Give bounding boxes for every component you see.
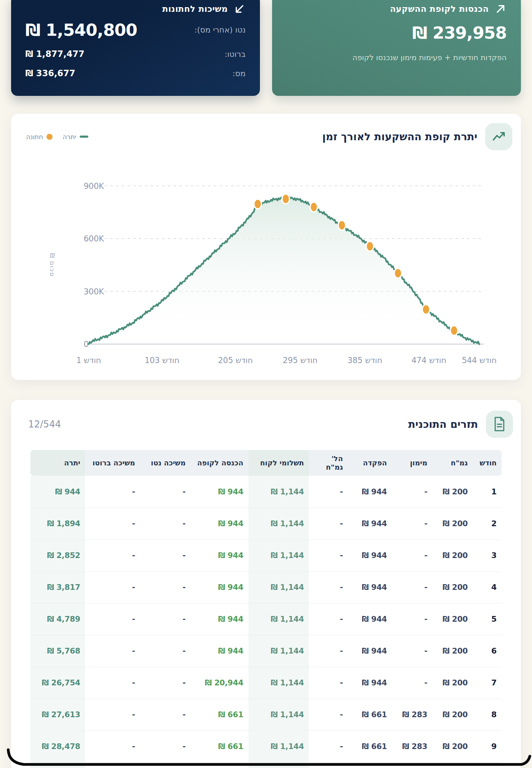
income-total-value: ₪ 239,958 xyxy=(412,23,507,43)
cell-hafkada: ₪ 661 xyxy=(348,699,392,730)
cell-hal-gmach: - xyxy=(309,603,348,635)
x-tick-1: חודש 103 xyxy=(145,356,179,365)
cell-hafkada: ₪ 944 xyxy=(348,571,392,603)
net-after-tax-row: נטו (אחרי מס): ₪ 1,540,800 xyxy=(25,20,246,40)
balance-line-swatch xyxy=(80,136,88,138)
cell-yitra: ₪ 5,768 xyxy=(30,635,85,667)
wedding-marker[interactable] xyxy=(366,241,374,251)
cell-month: 4 xyxy=(473,571,502,603)
cell-hal-gmach: - xyxy=(309,699,348,730)
cell-tashlumei-lakoach: ₪ 1,144 xyxy=(248,539,309,571)
wedding-marker[interactable] xyxy=(450,326,458,335)
cell-mimun: - xyxy=(392,508,432,539)
cell-gmach: ₪ 200 xyxy=(432,667,473,699)
cell-hafkada: ₪ 944 xyxy=(348,667,392,699)
cell-month xyxy=(473,762,502,768)
net-after-tax-label: נטו (אחרי מס): xyxy=(194,25,246,34)
cell-meshicha-neto: - xyxy=(140,571,191,603)
x-tick-5: חודש 474 xyxy=(412,356,446,365)
gross-row: ברוטו: ₪ 1,877,477 xyxy=(25,49,246,59)
cell-tashlumei-lakoach xyxy=(248,762,309,768)
table-row-month-2: 2₪ 200-₪ 944-₪ 1,144₪ 944--₪ 1,894 xyxy=(30,508,502,539)
cell-mimun: ₪ 283 xyxy=(392,730,432,762)
cell-meshicha-neto: - xyxy=(140,539,191,571)
col-header-yitra: יתרה xyxy=(30,450,85,476)
cell-mimun: - xyxy=(392,667,432,699)
col-header-gmach: גמ"ח xyxy=(432,450,473,476)
legend-wedding-label: חתונה xyxy=(26,133,43,141)
cell-gmach: ₪ 200 xyxy=(432,730,473,762)
cell-tashlumei-lakoach: ₪ 1,144 xyxy=(248,603,309,635)
cell-yitra: ₪ 2,852 xyxy=(30,539,85,571)
legend-balance-label: יתרה xyxy=(63,133,76,141)
income-card-title: הכנסות לקופת ההשקעה xyxy=(390,4,489,14)
col-header-mimun: מימון xyxy=(392,450,432,476)
cell-meshicha-bruto: - xyxy=(85,699,140,730)
chart-card-header: יתרת קופת ההשקעות לאורך זמן יתרה חתונה xyxy=(20,123,512,150)
cell-hachnasa-lakupa: ₪ 661 xyxy=(191,730,248,762)
cell-mimun: - xyxy=(392,539,432,571)
cell-mimun: - xyxy=(392,476,432,508)
balance-over-time-chart[interactable]: 900K600K300K0חודש 1חודש 103חודש 205חודש … xyxy=(20,155,512,371)
cell-gmach: ₪ 200 xyxy=(432,603,473,635)
table-title: תזרים התוכנית xyxy=(408,418,478,430)
cell-gmach: ₪ 200 xyxy=(432,699,473,730)
y-tick-300K: 300K xyxy=(84,287,104,296)
col-header-tashlumei-lakoach: תשלומי לקוח xyxy=(248,450,309,476)
gross-value: ₪ 1,877,477 xyxy=(25,49,84,59)
legend-item-wedding: חתונה xyxy=(26,133,53,141)
balance-area xyxy=(89,197,479,344)
cell-yitra: ₪ 1,894 xyxy=(30,508,85,539)
cell-hafkada xyxy=(348,762,392,768)
cell-hafkada: ₪ 944 xyxy=(348,603,392,635)
cell-month: 2 xyxy=(473,508,502,539)
dashboard-page: הכנסות לקופת ההשקעה ₪ 239,958 הפקדות חוד… xyxy=(0,0,532,768)
y-tick-600K: 600K xyxy=(84,234,104,243)
cell-hal-gmach: - xyxy=(309,730,348,762)
wedding-marker[interactable] xyxy=(422,304,430,314)
col-header-hafkada: הפקדה xyxy=(348,450,392,476)
wedding-marker[interactable] xyxy=(310,202,317,212)
income-card-header: הכנסות לקופת ההשקעה xyxy=(286,3,507,15)
table-row-month-7: 7₪ 200-₪ 944-₪ 1,144₪ 20,944--₪ 26,754 xyxy=(30,667,502,699)
cell-gmach: ₪ 200 xyxy=(432,539,473,571)
table-row-month-1: 1₪ 200-₪ 944-₪ 1,144₪ 944--₪ 944 xyxy=(30,476,502,508)
cell-tashlumei-lakoach: ₪ 1,144 xyxy=(248,508,309,539)
kpi-cards-row: הכנסות לקופת ההשקעה ₪ 239,958 הפקדות חוד… xyxy=(0,0,532,96)
income-card: הכנסות לקופת ההשקעה ₪ 239,958 הפקדות חוד… xyxy=(272,0,521,96)
cell-meshicha-bruto: - xyxy=(85,571,140,603)
cashflow-table-card: תזרים התוכנית 12/544 חודשגמ"חמימוןהפקדהה… xyxy=(11,400,521,768)
col-header-hachnasa-lakupa: הכנסה לקופה xyxy=(191,450,248,476)
col-header-meshicha-neto: משיכה נטו xyxy=(140,450,191,476)
tax-value: ₪ 336,677 xyxy=(25,68,75,78)
wedding-marker[interactable] xyxy=(282,194,290,204)
cell-month: 9 xyxy=(473,730,502,762)
cell-month: 7 xyxy=(473,667,502,699)
wedding-marker[interactable] xyxy=(338,220,346,230)
cell-yitra: ₪ 28,478 xyxy=(30,730,85,762)
tax-row: מס: ₪ 336,677 xyxy=(25,68,246,78)
cell-hafkada: ₪ 944 xyxy=(348,508,392,539)
table-row-month-9: 9₪ 200₪ 283₪ 661-₪ 1,144₪ 661--₪ 28,478 xyxy=(30,730,502,762)
cell-hal-gmach: - xyxy=(309,635,348,667)
table-row-month-6: 6₪ 200-₪ 944-₪ 1,144₪ 944--₪ 5,768 xyxy=(30,635,502,667)
cell-meshicha-neto: - xyxy=(140,476,191,508)
legend-item-balance: יתרה xyxy=(63,133,88,141)
cell-tashlumei-lakoach: ₪ 1,144 xyxy=(248,667,309,699)
cell-meshicha-neto: - xyxy=(140,699,191,730)
cell-meshicha-neto: - xyxy=(140,508,191,539)
rows-counter: 12/544 xyxy=(19,419,61,430)
cashflow-table: חודשגמ"חמימוןהפקדההל' גמ"חתשלומי לקוחהכנ… xyxy=(30,450,502,768)
x-tick-0: חודש 1 xyxy=(76,356,101,365)
cell-yitra: ₪ 27,613 xyxy=(30,699,85,730)
withdrawals-card-header: משיכות לחתונות xyxy=(25,3,246,15)
cell-month: 8 xyxy=(473,699,502,730)
cell-yitra: ₪ 3,817 xyxy=(30,571,85,603)
trending-up-icon xyxy=(485,123,512,150)
cell-hachnasa-lakupa: ₪ 944 xyxy=(191,508,248,539)
wedding-marker[interactable] xyxy=(394,268,402,278)
cell-hal-gmach xyxy=(309,762,348,768)
withdrawals-card: משיכות לחתונות נטו (אחרי מס): ₪ 1,540,80… xyxy=(11,0,260,96)
cell-tashlumei-lakoach: ₪ 1,144 xyxy=(248,635,309,667)
wedding-marker[interactable] xyxy=(254,199,261,209)
